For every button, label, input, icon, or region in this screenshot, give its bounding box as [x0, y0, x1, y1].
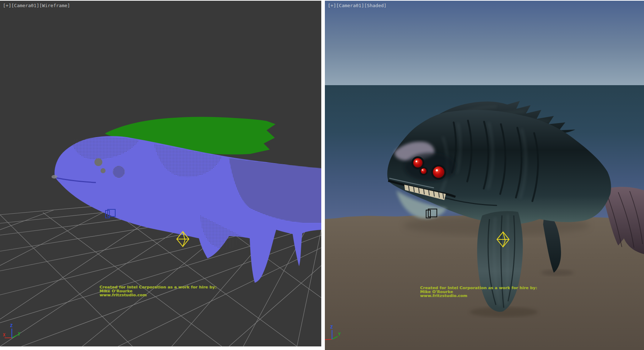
axis-tripod: X y Z — [3, 323, 20, 338]
viewport-label-left: [+][Camera01][Wireframe] — [3, 3, 70, 8]
fin-shadow-2 — [541, 269, 574, 276]
sky — [325, 1, 644, 85]
fish-eye-wire — [113, 166, 125, 178]
credit-line-3: www.fritzstudio.com — [420, 294, 537, 298]
scene-credit-text: Created for Intel Corporation as a work … — [420, 286, 537, 298]
viewport-shaded: X Y Z [+][Camera01][Shaded] Created for … — [325, 1, 644, 350]
viewport-menu-pos[interactable]: [+] — [3, 3, 11, 8]
fish-eye-socket-mask — [405, 153, 456, 181]
viewport-menu-pos[interactable]: [+] — [328, 3, 336, 8]
axis-z-label: Z — [10, 323, 13, 328]
viewport-menu-camera[interactable]: [Camera01] — [11, 3, 39, 8]
viewport-label-right: [+][Camera01][Shaded] — [328, 3, 386, 8]
scene-credit-text: Created for Intel Corporation as a work … — [99, 285, 216, 297]
viewport-wireframe: X y Z [+][Camera01][Wireframe] Created f… — [0, 1, 321, 346]
fish-eye-spot-1 — [94, 158, 102, 166]
fish-body-wire[interactable] — [52, 136, 321, 283]
axis-y-label: y — [18, 331, 20, 336]
credit-line-3: www.fritzstudio.com — [99, 293, 216, 297]
viewport-menu-camera[interactable]: [Camera01] — [336, 3, 364, 8]
fish-lip-wire — [52, 175, 57, 179]
axis-x-label: X — [3, 332, 6, 337]
viewport-menu-shading[interactable]: [Wireframe] — [39, 3, 70, 8]
fish-eye-spot-2 — [101, 168, 106, 173]
axis-z-label: Z — [330, 325, 333, 330]
viewport-menu-shading[interactable]: [Shaded] — [364, 3, 387, 8]
axis-y-label: Y — [338, 332, 341, 337]
